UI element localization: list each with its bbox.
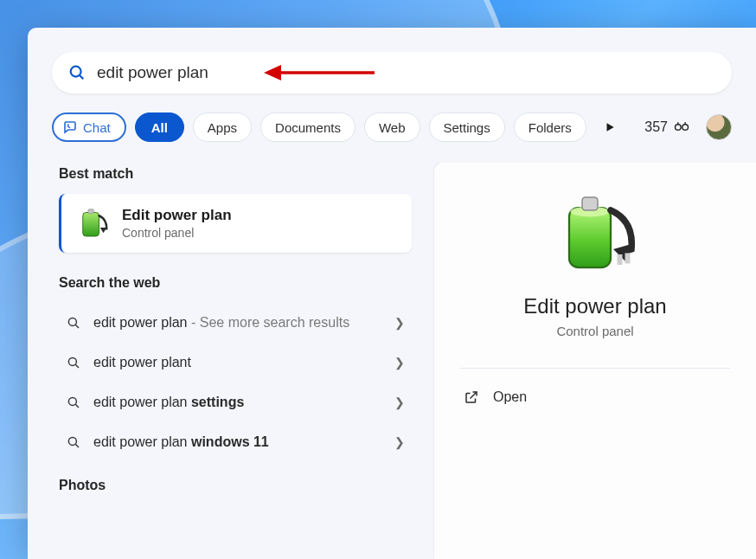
web-result-text: edit power plan windows 11: [93, 434, 382, 450]
best-match-subtitle: Control panel: [122, 226, 232, 240]
user-avatar[interactable]: [706, 114, 732, 140]
svg-line-13: [75, 364, 79, 368]
filter-more[interactable]: [595, 112, 625, 142]
filter-row: Chat All Apps Documents Web Settings Fol…: [52, 112, 732, 142]
search-icon: [66, 315, 81, 331]
svg-rect-20: [582, 197, 598, 210]
divider: [460, 368, 730, 369]
filter-folders[interactable]: Folders: [514, 112, 586, 142]
detail-subtitle: Control panel: [556, 324, 633, 338]
header-right-tools: 357: [644, 114, 732, 140]
svg-point-16: [68, 437, 76, 445]
filter-chat-label: Chat: [83, 120, 111, 135]
svg-line-15: [75, 404, 79, 408]
open-icon: [464, 389, 479, 405]
web-result[interactable]: edit power plan - See more search result…: [59, 303, 412, 343]
svg-marker-4: [606, 123, 613, 131]
web-result-text: edit power plant: [93, 355, 382, 370]
svg-rect-22: [618, 254, 623, 265]
svg-rect-8: [88, 209, 93, 214]
chevron-right-icon: ❯: [394, 316, 405, 330]
power-plan-icon-large: [554, 192, 637, 275]
action-open-label: Open: [493, 389, 527, 405]
svg-point-6: [682, 125, 689, 131]
play-icon: [604, 121, 616, 133]
rewards-count: 357: [644, 119, 668, 135]
web-result[interactable]: edit power plan windows 11 ❯: [59, 422, 412, 462]
svg-point-5: [676, 125, 682, 131]
svg-point-12: [68, 357, 76, 365]
web-result[interactable]: edit power plant ❯: [59, 343, 412, 382]
svg-point-10: [68, 318, 76, 325]
section-best-match: Best match: [59, 166, 412, 182]
svg-rect-7: [83, 213, 99, 237]
svg-line-1: [80, 75, 83, 79]
best-match-card[interactable]: Edit power plan Control panel: [59, 194, 412, 253]
filter-all[interactable]: All: [135, 112, 184, 142]
svg-marker-9: [100, 228, 107, 233]
svg-point-14: [68, 397, 76, 405]
detail-title: Edit power plan: [523, 294, 666, 318]
search-icon: [66, 355, 81, 370]
section-search-web: Search the web: [59, 275, 412, 291]
svg-point-0: [71, 67, 81, 77]
filter-documents[interactable]: Documents: [260, 112, 356, 142]
filter-chat[interactable]: Chat: [52, 112, 126, 142]
chevron-right-icon: ❯: [394, 356, 405, 369]
chevron-right-icon: ❯: [394, 395, 405, 409]
section-photos: Photos: [59, 478, 412, 493]
rewards-icon: [673, 119, 690, 136]
filter-web[interactable]: Web: [364, 112, 420, 142]
svg-line-11: [75, 324, 79, 328]
web-result[interactable]: edit power plan settings ❯: [59, 382, 412, 422]
filter-settings[interactable]: Settings: [429, 112, 505, 142]
search-icon: [66, 434, 81, 450]
svg-rect-23: [625, 254, 631, 264]
svg-line-17: [75, 444, 79, 447]
detail-pane: Edit power plan Control panel Open: [434, 163, 756, 559]
power-plan-icon: [75, 206, 110, 241]
search-input[interactable]: [97, 63, 716, 82]
search-panel: Chat All Apps Documents Web Settings Fol…: [28, 28, 756, 559]
results-list: Best match Edit powe: [28, 163, 434, 559]
web-result-text: edit power plan settings: [93, 395, 382, 410]
search-icon: [66, 395, 81, 410]
bing-chat-icon: [62, 119, 78, 135]
results-body: Best match Edit powe: [28, 163, 756, 559]
web-results-list: edit power plan - See more search result…: [59, 303, 412, 462]
desktop-background: Chat All Apps Documents Web Settings Fol…: [0, 0, 756, 559]
chevron-right-icon: ❯: [394, 435, 405, 449]
filter-apps[interactable]: Apps: [193, 112, 252, 142]
rewards-points[interactable]: 357: [644, 119, 690, 136]
search-bar[interactable]: [52, 52, 732, 93]
web-result-text: edit power plan - See more search result…: [93, 315, 382, 331]
action-open[interactable]: Open: [460, 381, 730, 414]
search-icon: [67, 63, 86, 82]
best-match-title: Edit power plan: [122, 207, 232, 224]
